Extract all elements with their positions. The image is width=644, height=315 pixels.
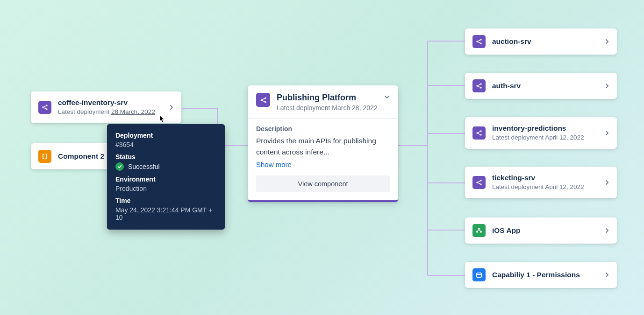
node-inventory-predictions[interactable]: inventory-predictions Latest deployment … <box>465 117 617 149</box>
node-title: auth-srv <box>492 81 600 90</box>
tooltip-time-label: Time <box>115 197 216 204</box>
node-auth-srv[interactable]: auth-srv <box>465 73 617 99</box>
svg-point-30 <box>478 228 480 230</box>
chevron-right-icon <box>169 105 174 110</box>
node-capability-permissions[interactable]: Capabiliy 1 - Permissions <box>465 262 617 288</box>
tooltip-deployment-value: #3654 <box>115 141 216 148</box>
tooltip-status-value: Successful <box>115 162 216 171</box>
show-more-link[interactable]: Show more <box>256 161 292 168</box>
svg-line-23 <box>478 131 480 133</box>
svg-line-18 <box>478 84 480 86</box>
tooltip-env-value: Production <box>115 185 216 192</box>
deployment-date-link[interactable]: 28 March, 2022 <box>111 108 155 115</box>
tooltip-deployment-label: Deployment <box>115 132 216 139</box>
svg-line-14 <box>478 42 480 43</box>
node-title: auction-srv <box>492 37 600 46</box>
node-title: coffee-inventory-srv <box>58 98 165 107</box>
app-icon <box>472 224 486 237</box>
node-subtitle: Latest deployment 28 March, 2022 <box>58 108 165 116</box>
svg-line-3 <box>43 105 46 107</box>
description-text: Provides the main APIs for publishing co… <box>256 135 390 158</box>
svg-line-4 <box>43 107 46 109</box>
chevron-right-icon <box>605 228 609 233</box>
node-title: iOS App <box>492 226 600 235</box>
cursor-icon <box>159 115 165 123</box>
svg-rect-35 <box>477 273 482 277</box>
svg-line-33 <box>478 230 479 231</box>
share-icon <box>472 126 486 140</box>
chevron-right-icon <box>605 131 609 135</box>
chevron-right-icon <box>605 39 609 44</box>
check-circle-icon <box>115 162 124 171</box>
chevron-right-icon <box>605 273 609 277</box>
svg-line-24 <box>478 133 480 134</box>
node-auction-srv[interactable]: auction-srv <box>465 28 617 55</box>
share-icon <box>472 176 486 189</box>
node-title: inventory-predictions <box>492 124 600 133</box>
share-icon <box>472 79 486 92</box>
tooltip-status-label: Status <box>115 153 216 161</box>
brackets-icon <box>38 150 51 163</box>
tooltip-time-value: May 24, 2022 3:21:44 PM GMT + 10 <box>115 206 216 221</box>
tooltip-env-label: Environment <box>115 175 216 183</box>
svg-line-19 <box>478 86 480 88</box>
node-ios-app[interactable]: iOS App <box>465 217 617 244</box>
share-icon <box>38 101 51 114</box>
node-title: Publishing Platform <box>277 93 379 103</box>
node-subtitle: Latest deployment April 12, 2022 <box>492 133 600 142</box>
description-label: Description <box>256 125 390 133</box>
node-title: ticketing-srv <box>492 173 600 182</box>
node-publishing-platform: Publishing Platform Latest deployment Ma… <box>248 85 398 202</box>
svg-line-28 <box>478 181 480 182</box>
chevron-right-icon <box>605 84 609 88</box>
chevron-down-icon[interactable] <box>384 95 390 99</box>
node-ticketing-srv[interactable]: ticketing-srv Latest deployment April 12… <box>465 167 617 198</box>
share-icon <box>472 35 486 48</box>
chevron-right-icon <box>605 180 609 185</box>
svg-line-34 <box>479 230 480 231</box>
svg-line-29 <box>478 182 480 184</box>
deployment-tooltip: Deployment #3654 Status Successful Envir… <box>107 124 225 230</box>
svg-line-8 <box>262 98 265 99</box>
svg-line-13 <box>478 40 480 42</box>
node-subtitle: Latest deployment March 28, 2022 <box>277 104 379 112</box>
svg-line-9 <box>262 100 265 102</box>
calendar-icon <box>472 268 486 281</box>
view-component-button[interactable]: View component <box>256 175 390 192</box>
node-title: Capabiliy 1 - Permissions <box>492 270 600 279</box>
node-subtitle: Latest deployment April 12, 2022 <box>492 183 600 191</box>
share-icon <box>256 93 270 107</box>
